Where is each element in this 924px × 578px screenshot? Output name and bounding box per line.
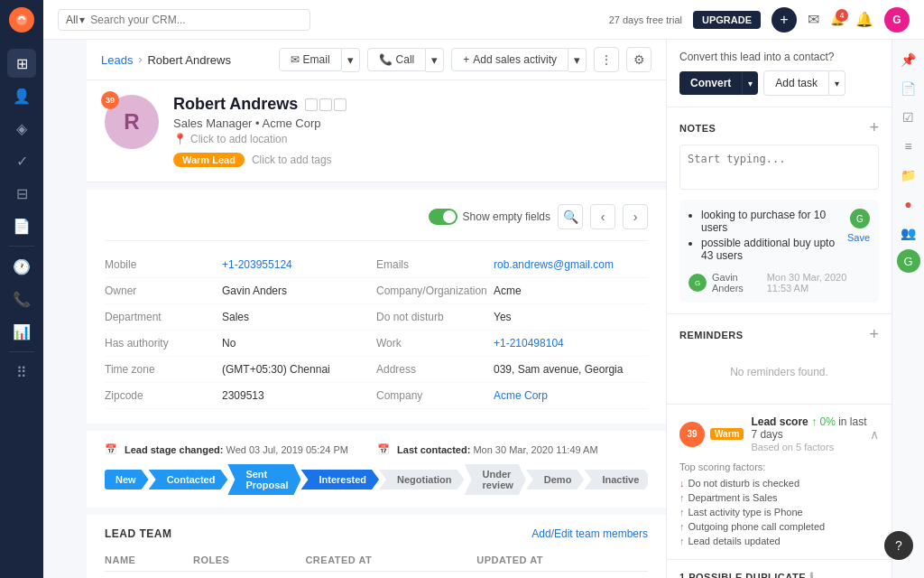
duplicate-section: 1 POSSIBLE DUPLICATE ℹ R Rob Andrews [667,560,892,578]
notifications-icon[interactable]: 🔔 4 [830,13,845,26]
email-main[interactable]: ✉ Email [279,48,342,71]
notes-input[interactable] [679,144,879,190]
pipeline-step-under-review[interactable]: Under review [465,464,526,495]
team-table-body: Angela Martin Account Manager Mon 30 Mar… [105,572,648,579]
call-main[interactable]: 📞 Call [367,48,427,71]
settings-button[interactable]: ⚙ [626,47,651,72]
mail-icon[interactable]: ✉ [808,11,819,28]
add-task-arrow-button[interactable]: ▾ [829,70,845,96]
email-button: ✉ Email ▾ [279,48,360,72]
field-zipcode-value: 2309513 [222,389,264,402]
lead-score-collapse[interactable]: ∧ [870,427,879,442]
score-title: Lead score ↑ 0% in last 7 days [751,415,870,441]
add-edit-team-button[interactable]: Add/Edit team members [531,527,648,540]
profile-header: 39 R Robert Andrews Sales Manager • Acme… [105,95,648,167]
pipeline-step-sent-proposal[interactable]: Sent Proposal [227,464,300,495]
search-input[interactable] [90,14,253,26]
pipeline-step-demo[interactable]: Demo [526,470,585,489]
sidebar-item-tasks[interactable]: ✓ [7,146,36,175]
add-task-button[interactable]: Add task [763,70,829,96]
field-mobile-value[interactable]: +1-203955124 [222,258,292,271]
far-right-user-icon[interactable]: 👥 [896,220,921,246]
col-created: CREATED AT [305,549,476,572]
profile-stars[interactable] [305,98,346,111]
sidebar-divider-2 [9,351,34,352]
field-dnd: Do not disturb Yes [376,304,648,331]
sidebar-item-contacts[interactable]: 👤 [7,81,36,110]
field-timezone: Time zone (GMT+05:30) Chennai [105,357,376,383]
far-right-check-icon[interactable]: ☑ [896,105,921,130]
score-sub: Based on 5 factors [751,442,870,452]
convert-section: Convert this lead into a contact? Conver… [667,40,892,107]
factor-3: ↑ Last activity type is Phone [679,505,879,519]
convert-arrow-button[interactable]: ▾ [742,71,758,95]
add-sales-main[interactable]: + Add sales activity [451,48,568,71]
team-table: NAME ROLES CREATED AT UPDATED AT Angela … [105,549,648,578]
upgrade-button[interactable]: UPGRADE [693,11,761,29]
far-right-doc-icon[interactable]: 📄 [896,76,921,101]
far-right-list-icon[interactable]: ≡ [896,134,921,159]
pipeline-step-interested[interactable]: Interested [300,470,379,489]
star-1[interactable] [305,98,318,111]
toggle-switch[interactable] [429,209,457,225]
sidebar-item-inbox[interactable]: ⊟ [7,179,36,208]
no-reminders-text: No reminders found. [679,351,879,393]
breadcrumb-leads[interactable]: Leads [101,53,133,67]
star-3[interactable] [334,98,346,111]
field-company-value[interactable]: Acme Corp [494,389,548,402]
far-right-green-icon[interactable]: G [897,249,920,273]
sidebar-item-grid[interactable]: ⠿ [7,358,36,387]
field-emails-value[interactable]: rob.andrews@gmail.com [494,258,614,271]
search-fields-button[interactable]: 🔍 [558,204,583,229]
lead-score-section: 39 Warm Lead score ↑ 0% in last 7 days B… [667,405,892,560]
more-options-button[interactable]: ⋮ [594,47,619,72]
sidebar-item-docs[interactable]: 📄 [7,211,36,240]
email-arrow[interactable]: ▾ [342,48,360,72]
sidebar-item-home[interactable]: ⊞ [7,49,36,78]
convert-button[interactable]: Convert [679,71,742,95]
field-work-value[interactable]: +1-210498104 [494,337,564,350]
sidebar-item-clock[interactable]: 🕐 [7,252,36,281]
last-contacted-icon: 📅 [377,443,390,455]
svg-point-0 [16,14,27,25]
search-all-dropdown[interactable]: All ▾ [66,14,85,26]
add-button[interactable]: + [772,7,797,33]
far-right-folder-icon[interactable]: 📁 [896,163,921,188]
avatar[interactable]: G [884,7,910,33]
lead-score-header: 39 Warm Lead score ↑ 0% in last 7 days B… [679,415,879,452]
pipeline-step-inactive[interactable]: Inactive [584,470,648,489]
add-sales-arrow[interactable]: ▾ [568,48,587,72]
sidebar-item-activity[interactable]: 📊 [7,317,36,346]
save-button[interactable]: Save [847,232,870,243]
col-name: NAME [105,549,193,572]
pipeline-step-new[interactable]: New [105,470,149,489]
add-tag-button[interactable]: Click to add tags [252,154,332,166]
add-reminder-button[interactable]: + [869,325,879,344]
pipeline-step-contacted[interactable]: Contacted [149,470,228,489]
note-item: looking to purchase for 10 users possibl… [679,200,879,303]
pipeline-step-negotiation[interactable]: Negotiation [379,470,465,489]
sidebar-item-phone[interactable]: 📞 [7,284,36,313]
call-arrow[interactable]: ▾ [426,48,444,72]
dup-info-icon[interactable]: ℹ [809,571,815,578]
notes-section: NOTES + looking to purchase for 10 users… [667,107,892,314]
bell-icon[interactable]: 🔔 [855,11,873,28]
member-created: Mon 30 Mar, 2020 11:47 ... [305,572,476,579]
next-field-button[interactable]: › [623,204,648,229]
note-author-avatar: G [688,274,707,292]
far-right-pin-icon[interactable]: 📌 [896,47,921,72]
warm-tag: Warm [710,428,744,440]
app-logo[interactable] [9,7,34,33]
profile-name: Robert Andrews [173,95,648,114]
far-right-red-icon[interactable]: ● [896,191,921,217]
star-2[interactable] [319,98,332,111]
profile-location[interactable]: 📍 Click to add location [173,133,648,145]
help-button[interactable]: ? [884,531,913,560]
prev-field-button[interactable]: ‹ [590,204,615,229]
score-factors: Top scoring factors: ↓ Do not disturb is… [679,461,879,548]
show-empty-toggle[interactable]: Show empty fields [429,209,550,225]
member-updated: Mon 30 Mar, 2020 11:47 ... [476,572,648,579]
sidebar-item-deals[interactable]: ◈ [7,114,36,143]
add-note-button[interactable]: + [869,118,879,137]
factor-2: ↑ Department is Sales [679,490,879,505]
